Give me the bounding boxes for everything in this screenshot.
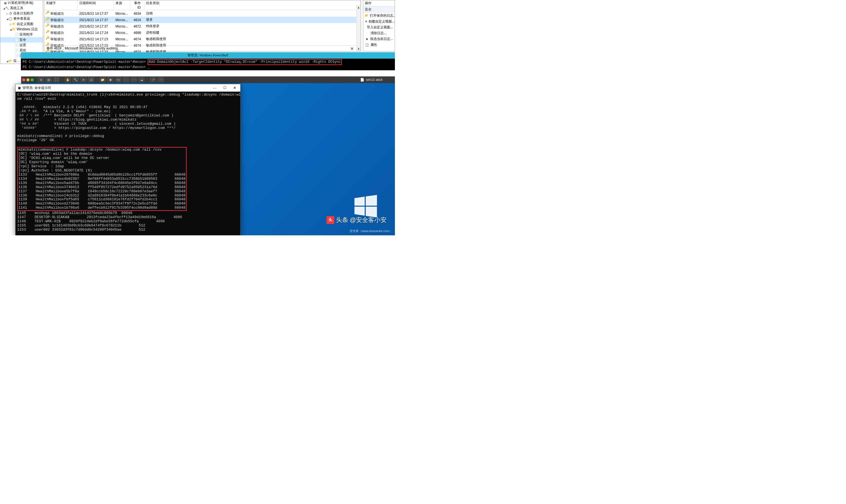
tree-eventviewer[interactable]: ◢📋事件查看器 <box>0 16 43 21</box>
actions-sub: 安全 <box>363 6 395 13</box>
action-item[interactable]: 📂打开保存的日志... <box>363 13 395 19</box>
tree-app[interactable]: 📄应用程序 <box>0 32 43 37</box>
action-item[interactable]: 清除日志... <box>363 30 395 36</box>
rdp-toolbar: ⏸ ▥ ⛶ ✋ 🔧 ➤ 🖨 📁 ⏺ 📹 📞 ⋯ ☁ ↗ ← 📄win10 att… <box>21 76 395 83</box>
rdp-print-icon[interactable]: 🖨 <box>88 77 94 83</box>
rdp-title: 📄win10 attck <box>165 78 394 82</box>
cmd-body[interactable]: C:\Users\win10\Desktop\mimikatz_trunk (1… <box>16 92 240 235</box>
key-icon <box>46 24 50 28</box>
actions-header: 操作 <box>363 0 395 6</box>
table-row[interactable]: 审核成功2021/6/22 14:17:23Micros...4674敏感权限使… <box>44 36 361 42</box>
action-icon: 📋 <box>365 43 369 47</box>
tree-customviews[interactable]: ▷📁自定义视图 <box>0 21 43 27</box>
cmd-titlebar[interactable]: ▣ 管理员: 命令提示符 — ☐ ✕ <box>16 84 240 92</box>
toutiao-text: 头条 @安全客小安 <box>336 216 386 224</box>
action-icon: ▼ <box>365 37 369 41</box>
col-category[interactable]: 任务类别 <box>144 0 361 10</box>
tree-setup[interactable]: 📄设置 <box>0 42 43 48</box>
ps-title: 管理员: Windows PowerShell <box>21 52 395 59</box>
powershell-window: 管理员: Windows PowerShell PS C:\Users\Admi… <box>21 52 395 76</box>
traffic-min-icon[interactable] <box>27 78 30 82</box>
minimize-button[interactable]: — <box>210 85 220 91</box>
cmd-window: ▣ 管理员: 命令提示符 — ☐ ✕ C:\Users\win10\Deskto… <box>15 84 241 235</box>
rdp-folder-icon[interactable]: 📁 <box>99 77 106 83</box>
key-icon <box>46 17 50 21</box>
traffic-max-icon[interactable] <box>31 78 34 82</box>
action-item[interactable]: 📋属性 <box>363 42 395 48</box>
actions-panel: 操作 安全 📂打开保存的日志...✳创建自定义视图...导入自定义视图...清除… <box>363 0 395 51</box>
rdp-fullscreen-icon[interactable]: ⛶ <box>53 77 60 83</box>
key-icon <box>46 30 50 34</box>
action-icon: 📂 <box>365 14 369 18</box>
rdp-share-icon[interactable]: ↗ <box>150 77 156 83</box>
key-icon <box>46 36 50 40</box>
action-item[interactable]: ▼筛选当前日志... <box>363 36 395 42</box>
table-row[interactable]: 审核成功2021/6/22 14:17:37Micros...4634注销 <box>44 10 361 17</box>
ps-cursor: _ <box>148 65 150 69</box>
ps-prompt2: PS C:\Users\Administrator\Desktop\PowerS… <box>22 65 146 69</box>
rdp-phone-icon[interactable]: 📞 <box>123 77 129 83</box>
rdp-stack-icon[interactable]: ▥ <box>45 77 52 83</box>
status-close-icon[interactable]: ✕ <box>350 47 354 51</box>
tree-winlogs[interactable]: ◢📁Windows 日志 <box>0 27 43 32</box>
action-icon: ✳ <box>365 19 367 24</box>
col-eventid[interactable]: 事件 ID <box>131 0 144 10</box>
col-keyword[interactable]: 关键字 <box>44 0 77 10</box>
event-scrollbar[interactable] <box>356 5 361 51</box>
tree-security[interactable]: 📄安全 <box>0 37 43 42</box>
traffic-close-icon[interactable] <box>22 78 25 82</box>
watermark: 安全客（www.anquanke.com） <box>349 229 392 233</box>
tree-tasksched[interactable]: ▷⏱任务计划程序 <box>0 11 43 16</box>
rdp-hand-icon[interactable]: ✋ <box>65 77 71 83</box>
event-panel: 关键字 日期和时间 来源 事件 ID 任务类别 审核成功2021/6/22 14… <box>44 0 361 51</box>
close-button[interactable]: ✕ <box>230 85 240 91</box>
action-item[interactable]: ✳创建自定义视图... <box>363 19 395 24</box>
status-bar: 事件 4624，Microsoft Windows security audit… <box>44 46 356 51</box>
action-icon <box>365 31 369 36</box>
col-datetime[interactable]: 日期和时间 <box>77 0 114 10</box>
toutiao-icon: 头 <box>327 216 334 224</box>
table-row[interactable]: 审核成功2021/6/22 14:17:24Micros...4688进程创建 <box>44 30 361 36</box>
table-row[interactable]: 审核成功2021/6/22 14:17:37Micros...4672特殊登录 <box>44 23 361 30</box>
tree-root[interactable]: 🖥计算机管理(本地) <box>0 0 43 5</box>
rdp-pointer-icon[interactable]: ➤ <box>80 77 87 83</box>
toutiao-watermark: 头 头条 @安全客小安 <box>327 216 386 224</box>
table-row[interactable]: 审核成功2021/6/22 14:17:37Micros...4624登录 <box>44 17 361 23</box>
col-source[interactable]: 来源 <box>114 0 131 10</box>
action-icon <box>365 25 366 30</box>
ps-command-highlight: Add-DomainObjectAcl -TargetIdentity "DC=… <box>148 59 342 65</box>
event-header: 关键字 日期和时间 来源 事件 ID 任务类别 <box>44 0 361 10</box>
rdp-pause-icon[interactable]: ⏸ <box>37 77 44 83</box>
action-item[interactable]: 导入自定义视图... <box>363 24 395 30</box>
rdp-cloud-icon[interactable]: ☁ <box>138 77 145 83</box>
status-text: 事件 4624，Microsoft Windows security audit… <box>47 46 119 51</box>
dcsync-highlight: mimikatz(commandline) # lsadump::dcsync … <box>17 147 187 211</box>
rdp-rec-icon[interactable]: ⏺ <box>107 77 114 83</box>
cmd-title-text: 管理员: 命令提示符 <box>22 86 51 90</box>
key-icon <box>46 11 50 15</box>
rdp-video-icon[interactable]: 📹 <box>115 77 122 83</box>
tree-systools[interactable]: ◢🔧系统工具 <box>0 5 43 11</box>
rdp-wrench-icon[interactable]: 🔧 <box>72 77 79 83</box>
ps-body[interactable]: PS C:\Users\Administrator\Desktop\PowerS… <box>21 59 395 70</box>
rdp-ellipsis-icon[interactable]: ⋯ <box>131 77 137 83</box>
cmd-icon: ▣ <box>18 86 21 90</box>
rdp-back-icon[interactable]: ← <box>157 77 164 83</box>
maximize-button[interactable]: ☐ <box>220 85 230 91</box>
windows-logo-icon <box>353 194 378 219</box>
ps-prompt: PS C:\Users\Administrator\Desktop\PowerS… <box>22 60 146 64</box>
